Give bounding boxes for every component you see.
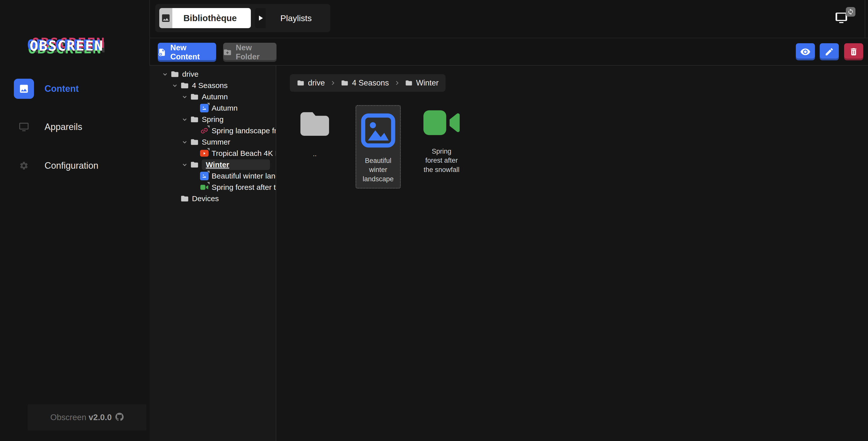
youtube-icon	[200, 149, 209, 158]
library-image-icon	[159, 8, 172, 28]
content-image-icon	[14, 79, 34, 99]
refresh-badge-icon	[846, 7, 856, 16]
new-folder-label: New Folder	[236, 43, 277, 61]
footer-app-name: Obscreen	[50, 413, 86, 422]
breadcrumb-item-drive[interactable]: drive	[297, 78, 325, 88]
folder-icon	[190, 160, 199, 169]
tree-node-autumn-image[interactable]: Autumn	[150, 102, 276, 114]
sidebar-item-content[interactable]: Content	[0, 79, 150, 99]
sidebar-divider	[150, 0, 150, 66]
sidebar-item-configuration[interactable]: Configuration	[0, 156, 150, 176]
topbar-right-divider	[865, 0, 865, 38]
tab-playlists[interactable]: Playlists	[255, 8, 326, 28]
tree-node-summer-folder[interactable]: Summer	[150, 136, 276, 147]
folder-icon	[180, 194, 189, 203]
external-link-corner-icon	[207, 182, 210, 184]
folder-plus-icon	[223, 48, 232, 57]
tree-node-autumn-folder[interactable]: Autumn	[150, 91, 276, 102]
content-browser-panel: drive 4 Seasons Winter .. Beau	[276, 66, 868, 441]
tab-playlists-label: Playlists	[266, 8, 326, 28]
chevron-down-icon[interactable]	[181, 116, 188, 123]
footer-version: Obscreen v2.0.0	[28, 404, 147, 431]
grid-item-parent-folder[interactable]: ..	[292, 105, 337, 159]
chevron-right-icon	[330, 80, 336, 86]
tree-node-tropical-beach-youtube[interactable]: Tropical Beach 4K Relaxa	[150, 147, 276, 159]
monitor-icon	[14, 117, 34, 137]
new-folder-button[interactable]: New Folder	[223, 43, 277, 62]
chevron-down-icon[interactable]	[181, 139, 188, 145]
sidebar-item-devices[interactable]: Appareils	[0, 117, 150, 137]
gear-icon	[14, 156, 34, 176]
play-icon	[255, 8, 266, 28]
grid-item-beautiful-winter-landscape[interactable]: Beautiful winter landscape	[355, 105, 401, 189]
footer-version-number: v2.0.0	[89, 413, 112, 422]
chevron-down-icon[interactable]	[181, 161, 188, 168]
new-content-label: New Content	[170, 43, 216, 61]
breadcrumb: drive 4 Seasons Winter	[290, 74, 445, 92]
screen-preview-button[interactable]	[835, 8, 856, 26]
chevron-down-icon[interactable]	[181, 93, 188, 100]
tree-node-devices-folder[interactable]: Devices	[150, 193, 276, 204]
folder-up-icon	[296, 105, 334, 143]
grid-item-label: ..	[313, 149, 316, 159]
tree-node-spring-landscape-link[interactable]: Spring landscape from sl	[150, 125, 276, 136]
chevron-down-icon[interactable]	[171, 82, 178, 89]
image-icon	[200, 172, 209, 180]
image-icon	[359, 111, 397, 149]
external-link-corner-icon	[207, 103, 210, 105]
breadcrumb-item-4-seasons[interactable]: 4 Seasons	[341, 78, 389, 88]
grid-item-label: Beautiful winter landscape	[358, 156, 398, 183]
view-tabs: Bibliothèque Playlists	[155, 4, 330, 32]
tree-node-spring-forest-video[interactable]: Spring forest after the sn	[150, 181, 276, 193]
sidebar-label-devices: Appareils	[44, 122, 82, 132]
new-content-button[interactable]: New Content	[158, 43, 216, 62]
tabbar-divider	[150, 38, 868, 38]
sidebar-label-content: Content	[44, 83, 79, 94]
chevron-right-icon	[394, 80, 400, 86]
tab-library[interactable]: Bibliothèque	[159, 8, 251, 28]
breadcrumb-item-winter[interactable]: Winter	[405, 78, 439, 88]
grid-item-label: Spring forest after the snowfall	[423, 147, 460, 174]
folder-icon	[190, 93, 199, 101]
tree-node-4-seasons[interactable]: 4 Seasons	[150, 80, 276, 91]
edit-button[interactable]	[820, 43, 839, 60]
link-icon	[200, 127, 209, 135]
folder-icon	[170, 70, 179, 78]
grid-item-spring-forest-video[interactable]: Spring forest after the snowfall	[419, 105, 464, 174]
folder-icon	[297, 79, 304, 87]
tree-node-spring-folder[interactable]: Spring	[150, 114, 276, 125]
eye-icon	[800, 46, 811, 57]
pencil-icon	[825, 47, 834, 57]
github-icon[interactable]	[115, 413, 124, 422]
trash-icon	[849, 47, 859, 57]
video-icon	[422, 105, 462, 140]
image-icon	[200, 104, 209, 112]
delete-button[interactable]	[844, 43, 863, 60]
file-plus-icon	[158, 48, 166, 57]
sidebar-label-configuration: Configuration	[44, 160, 98, 171]
obscreen-app: OBSCREEN Content Appareils Configuration…	[0, 0, 868, 441]
obscreen-logo: OBSCREEN	[30, 37, 120, 55]
folder-icon	[341, 79, 348, 87]
preview-button[interactable]	[796, 43, 815, 60]
sidebar: OBSCREEN Content Appareils Configuration…	[0, 0, 150, 441]
tab-library-label: Bibliothèque	[172, 8, 251, 28]
folder-tree-panel: drive 4 Seasons Autumn Autumn Spring	[150, 66, 276, 441]
tree-node-winter-folder[interactable]: Winter	[150, 159, 276, 170]
folder-icon	[190, 138, 199, 146]
chevron-down-icon[interactable]	[161, 71, 168, 78]
tree-selected-label: Winter	[202, 160, 270, 170]
folder-icon	[180, 81, 189, 90]
video-icon	[200, 183, 209, 192]
external-link-corner-icon	[207, 171, 210, 173]
tree-node-drive[interactable]: drive	[150, 68, 276, 80]
tree-node-winter-image[interactable]: Beautiful winter landscap	[150, 170, 276, 181]
external-link-corner-icon	[207, 126, 210, 128]
folder-icon	[405, 79, 413, 87]
external-link-corner-icon	[207, 148, 210, 150]
folder-icon	[190, 115, 199, 124]
